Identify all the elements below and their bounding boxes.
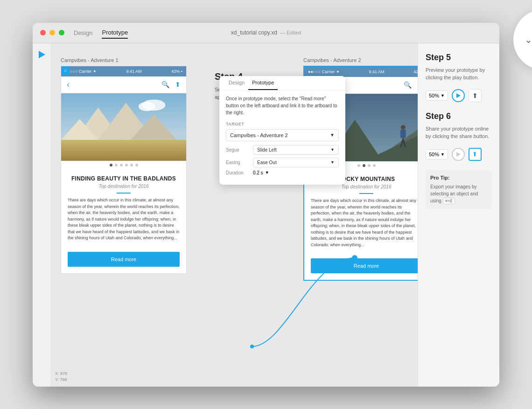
tab-prototype[interactable]: Prototype [102,27,128,39]
popup-easing-select[interactable]: Ease Out ▼ [253,158,339,167]
artboard2-share-icon[interactable]: ⬆ [417,81,418,89]
artboard1-body: There are days which occur in this clima… [68,197,180,242]
fullscreen-button[interactable] [59,30,64,35]
step6-title: Step 6 [426,111,492,121]
mac-window: Design Prototype xd_tutorial copy.xd — E… [33,23,499,387]
circle-chevron-btn[interactable]: ⌄ [525,34,532,45]
pro-tip: Pro Tip: Export your images by selecting… [426,170,492,209]
popup-target-value: Campvibes - Adventure 2 [230,132,288,138]
artboard1-time: 9:41 AM [126,69,141,74]
artboard2-dot-1 [357,164,360,167]
popup-segue-select[interactable]: Slide Left ▼ [253,145,339,155]
artboard2-body: There are days which occur in this clima… [311,198,418,248]
artboard1-label: Campvibes - Adventure 1 [61,57,187,63]
popup-easing-value: Ease Out [257,160,277,165]
dot-1 [110,164,112,166]
artboard2-subtitle: Top destination for 2016 [311,184,418,189]
dot-5 [130,164,133,166]
step6-play-icon [456,152,461,157]
step5-share-btn[interactable]: ⬆ [469,89,482,102]
play-arrow-icon[interactable] [39,51,45,58]
artboard2-dot-3 [368,164,371,167]
step6-percent-chevron: ▼ [441,152,445,157]
popup-segue-chevron: ▼ [330,147,335,152]
canvas-area: Campvibes - Adventure 1 ⌂ ●●○○○ Carrier … [51,43,418,387]
popup-instruction: Once in prototype mode, select the "Read… [226,95,339,116]
step5-percent-value: 50% [429,93,439,98]
close-button[interactable] [40,30,46,35]
dot-4 [125,164,128,166]
popup-duration-label: Duration [226,170,249,175]
tab-design[interactable]: Design [74,28,92,38]
artboard1-share-icon[interactable]: ⬆ [175,81,181,88]
svg-point-7 [139,102,155,111]
popup-tab-design[interactable]: Design [225,76,248,90]
artboard1[interactable]: ⌂ ●●○○○ Carrier ✦ 9:41 AM 42% ▪ ‹ � [61,66,187,274]
pro-tip-desc: Export your images by selecting an objec… [430,183,487,205]
artboard1-carrier: ●●○○○ Carrier ✦ [65,69,97,74]
popup-duration-row: Duration 0.2 s ▼ [226,170,339,175]
dot-6 [135,164,138,166]
floating-circle: ⌄ ▶ ⬆ [513,9,532,70]
svg-point-11 [401,125,406,130]
artboard1-nav: ‹ 🔍 ⬆ [61,76,186,93]
popup-target-select[interactable]: Campvibes - Adventure 2 ▼ [226,129,339,141]
pro-tip-shortcut: ⌘⌥E [443,198,455,204]
step5-play-btn[interactable] [452,89,465,102]
svg-rect-16 [400,129,406,138]
prototype-popup: Design Prototype Once in prototype mode,… [219,76,345,185]
step6-desc: Share your prototype online by clicking … [426,125,492,140]
artboard1-back-icon[interactable]: ‹ [67,80,70,90]
artboard1-wrapper: Campvibes - Adventure 1 ⌂ ●●○○○ Carrier … [61,57,187,281]
step6-play-btn[interactable] [452,148,465,161]
step5-title: Step 5 [426,53,492,62]
artboard1-search-icon[interactable]: 🔍 [161,81,169,88]
popup-easing-label: Easing [226,160,249,165]
artboard1-battery: 42% ▪ [171,69,182,74]
window-title-area: xd_tutorial copy.xd — Edited [231,29,301,36]
step6-percent[interactable]: 50% ▼ [426,149,448,159]
dot-2 [115,164,118,166]
step5-percent[interactable]: 50% ▼ [426,90,448,101]
artboard2-nav-right: 🔍 ⬆ [404,81,418,89]
traffic-lights [40,30,64,35]
popup-target-chevron: ▼ [330,132,335,138]
step6-percent-value: 50% [429,152,439,157]
artboard2-dot-4 [373,164,376,167]
popup-segue-value: Slide Left [257,147,277,153]
window-title: xd_tutorial copy.xd [231,29,277,36]
popup-duration-value: 0.2 s [253,170,263,175]
svg-point-20 [250,345,254,348]
edited-badge: — Edited [280,30,301,35]
artboard1-divider [117,193,131,194]
popup-tabs: Design Prototype [219,76,345,90]
dot-3 [120,164,123,166]
popup-tab-prototype[interactable]: Prototype [248,76,278,90]
artboard1-title: FINDING BEAUTY IN THE BADLANDS [68,175,180,183]
popup-segue-label: Segue [226,147,249,153]
minimize-button[interactable] [49,30,55,35]
step6-share-btn[interactable]: ⬆ [469,148,482,161]
artboard1-read-more-btn[interactable]: Read more [68,252,180,267]
popup-easing-row: Easing Ease Out ▼ [226,158,339,167]
artboard2-status-bar: ●●○○○ Carrier ✦ 9:41 AM 42% ▪ [304,67,418,77]
artboard1-handle[interactable]: ⌂ [61,66,70,75]
artboard2-time: 9:41 AM [369,69,384,74]
tab-group: Design Prototype [74,27,128,39]
artboard1-dots [61,161,186,169]
popup-easing-chevron: ▼ [330,160,335,165]
popup-body: Once in prototype mode, select the "Read… [219,90,345,185]
title-bar: Design Prototype xd_tutorial copy.xd — E… [33,23,499,43]
svg-rect-1 [61,139,186,160]
main-content: Campvibes - Adventure 1 ⌂ ●●○○○ Carrier … [33,43,499,387]
artboard1-nav-right: 🔍 ⬆ [161,81,181,88]
coord-x: X: 878 [55,371,67,377]
artboard2-label: Campvibes - Adventure 2 [303,57,418,63]
step5-desc: Preview your prototype by clicking the p… [426,66,492,82]
popup-duration-value-area: 0.2 s ▼ [253,170,269,175]
left-sidebar [33,43,51,387]
popup-segue-row: Segue Slide Left ▼ [226,145,339,155]
bottom-status: X: 878 Y: 788 [55,371,67,382]
artboard2-search-icon[interactable]: 🔍 [404,81,412,89]
artboard2-read-more-btn[interactable]: Read more [311,258,418,273]
